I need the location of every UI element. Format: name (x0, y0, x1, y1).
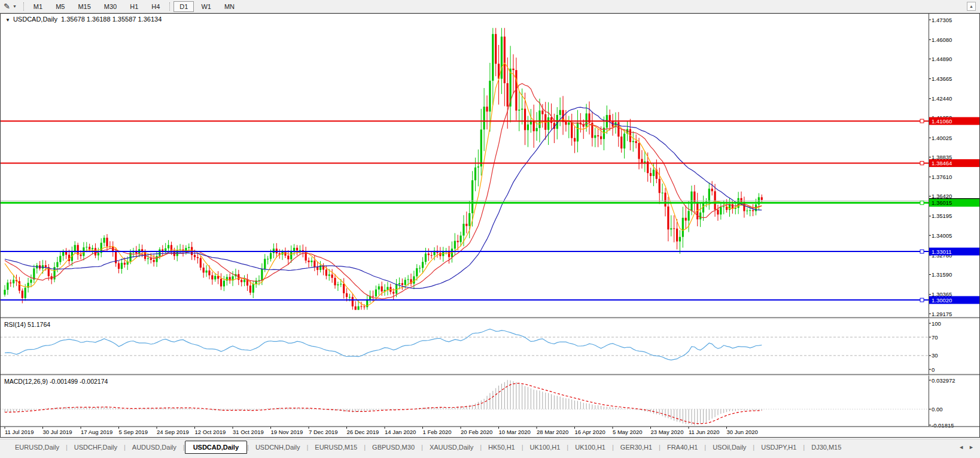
svg-text:100: 100 (932, 320, 941, 327)
timeframe-button-h4[interactable]: H4 (145, 1, 166, 12)
timeframe-button-m30[interactable]: M30 (98, 1, 123, 12)
chevron-down-icon[interactable]: ▼ (13, 4, 17, 8)
svg-text:1.38464: 1.38464 (932, 160, 952, 166)
svg-text:10 Mar 2020: 10 Mar 2020 (499, 429, 531, 435)
collapse-arrow-icon: ▲ (969, 4, 973, 8)
tab-hk50-h1[interactable]: HK50,H1 (482, 441, 522, 453)
svg-text:28 Mar 2020: 28 Mar 2020 (537, 429, 568, 435)
timeframe-toolbar: ✎ ▼ M1M5M15M30H1H4D1W1MN ▲ (0, 0, 980, 13)
svg-text:30: 30 (932, 352, 938, 359)
svg-text:1.46080: 1.46080 (932, 37, 952, 43)
level-handle[interactable] (920, 250, 924, 253)
symbol-tab-bar: EURUSD,Daily|USDCHF,Daily|AUDUSD,Daily|U… (0, 439, 980, 454)
tab-uk100-h1[interactable]: UK100,H1 (568, 441, 612, 453)
svg-text:20 Feb 2020: 20 Feb 2020 (461, 429, 492, 435)
svg-text:1.33011: 1.33011 (932, 248, 952, 255)
macd-values: -0.001499 -0.002174 (50, 378, 108, 385)
tab-ger30-h1[interactable]: GER30,H1 (614, 441, 659, 453)
timeframe-button-h1[interactable]: H1 (124, 1, 144, 12)
svg-text:1.35195: 1.35195 (932, 213, 952, 219)
rsi-value: 51.1764 (28, 321, 50, 328)
tab-audusd-daily[interactable]: AUDUSD,Daily (126, 441, 183, 453)
svg-text:30 Jul 2019: 30 Jul 2019 (43, 429, 72, 435)
svg-text:31 Oct 2019: 31 Oct 2019 (233, 429, 264, 435)
svg-text:1.30020: 1.30020 (932, 297, 952, 304)
svg-text:1.34005: 1.34005 (932, 232, 952, 239)
svg-text:1 Feb 2020: 1 Feb 2020 (423, 429, 452, 435)
timeframe-button-m5[interactable]: M5 (50, 1, 71, 12)
rsi-indicator-label: RSI(14) 51.1764 (4, 321, 50, 328)
timeframe-button-mn[interactable]: MN (218, 1, 241, 12)
svg-text:5 May 2020: 5 May 2020 (613, 429, 643, 435)
chart-cursor-icon: ✎ (4, 2, 10, 10)
svg-text:0: 0 (932, 366, 935, 373)
chart-symbol-label: USDCAD,Daily (13, 16, 57, 23)
terminal-window: ✎ ▼ M1M5M15M30H1H4D1W1MN ▲ 100703000.032… (0, 0, 980, 458)
svg-text:-0.01815: -0.01815 (932, 422, 954, 429)
svg-text:1.44890: 1.44890 (932, 56, 952, 62)
svg-text:30 Jun 2020: 30 Jun 2020 (727, 429, 758, 435)
ohlc-high: 1.36188 (87, 16, 111, 23)
svg-text:0.00: 0.00 (932, 406, 943, 412)
chart-title-caret-icon[interactable]: ▼ (5, 17, 10, 23)
svg-text:1.47305: 1.47305 (932, 17, 952, 23)
tab-usoil-daily[interactable]: USOil,Daily (706, 441, 753, 453)
toolbar-separator (23, 2, 24, 11)
timeframe-button-d1[interactable]: D1 (174, 1, 194, 12)
svg-text:11 Jul 2019: 11 Jul 2019 (5, 429, 34, 435)
svg-text:16 Apr 2020: 16 Apr 2020 (575, 429, 605, 435)
ohlc-open: 1.35678 (61, 16, 85, 23)
toolbar-collapse-button[interactable]: ▲ (967, 2, 976, 11)
tab-scroll-left-icon[interactable]: ◄ (958, 444, 964, 450)
tab-dj30-m15[interactable]: DJ30,M15 (805, 441, 848, 453)
tab-eurusd-daily[interactable]: EURUSD,Daily (8, 441, 66, 453)
svg-text:1.42440: 1.42440 (932, 95, 952, 102)
tab-usdcnh-daily[interactable]: USDCNH,Daily (249, 441, 307, 453)
symbol-tabs: EURUSD,Daily|USDCHF,Daily|AUDUSD,Daily|U… (8, 441, 848, 454)
tab-usdjpy-h1[interactable]: USDJPY,H1 (754, 441, 803, 453)
timeframe-button-m15[interactable]: M15 (72, 1, 96, 12)
tab-xauusd-daily[interactable]: XAUUSD,Daily (423, 441, 480, 453)
level-handle[interactable] (920, 161, 924, 165)
macd-name: MACD(12,26,9) (4, 378, 48, 385)
ohlc-low: 1.35587 (112, 16, 136, 23)
svg-text:70: 70 (932, 334, 938, 341)
rsi-name: RSI(14) (4, 321, 26, 328)
svg-text:0.032972: 0.032972 (932, 377, 955, 384)
svg-text:1.40025: 1.40025 (932, 135, 952, 141)
toolbar-separator (169, 2, 170, 11)
tab-eurusd-m15[interactable]: EURUSD,M15 (308, 441, 364, 453)
svg-text:23 May 2020: 23 May 2020 (651, 429, 684, 435)
svg-text:1.37610: 1.37610 (932, 174, 952, 180)
svg-text:14 Jan 2020: 14 Jan 2020 (385, 429, 416, 435)
tab-usdchf-daily[interactable]: USDCHF,Daily (68, 441, 124, 453)
level-handle[interactable] (920, 201, 924, 205)
svg-text:12 Oct 2019: 12 Oct 2019 (195, 429, 226, 435)
svg-text:1.41060: 1.41060 (932, 118, 952, 125)
svg-text:1.36015: 1.36015 (932, 199, 952, 206)
svg-text:1.31590: 1.31590 (932, 271, 952, 278)
timeframe-button-w1[interactable]: W1 (195, 1, 217, 12)
svg-text:17 Aug 2019: 17 Aug 2019 (81, 429, 112, 435)
timeframe-button-m1[interactable]: M1 (28, 1, 48, 12)
level-handle[interactable] (920, 119, 924, 123)
level-handle[interactable] (920, 298, 924, 302)
tab-uk100-h1[interactable]: UK100,H1 (524, 441, 567, 453)
tab-gbpusd-m30[interactable]: GBPUSD,M30 (366, 441, 421, 453)
svg-text:5 Sep 2019: 5 Sep 2019 (119, 429, 148, 435)
tab-scroll-right-icon[interactable]: ► (969, 444, 974, 450)
price-chart-svg[interactable]: 100703000.0329720.00-0.018151.473051.460… (0, 13, 980, 439)
svg-text:1.43665: 1.43665 (932, 75, 952, 82)
timeframe-buttons: M1M5M15M30H1H4D1W1MN (27, 1, 241, 12)
tab-usdcad-daily[interactable]: USDCAD,Daily (185, 441, 247, 454)
svg-text:24 Sep 2019: 24 Sep 2019 (157, 429, 189, 435)
svg-text:1.29175: 1.29175 (932, 311, 952, 317)
svg-text:26 Dec 2019: 26 Dec 2019 (347, 429, 379, 435)
macd-indicator-label: MACD(12,26,9) -0.001499 -0.002174 (4, 378, 108, 385)
cursor-tool-button[interactable]: ✎ ▼ (0, 0, 20, 13)
ohlc-close: 1.36134 (138, 16, 162, 23)
svg-text:19 Nov 2019: 19 Nov 2019 (271, 429, 303, 435)
tab-scroll-arrows: ◄ ► (958, 444, 974, 450)
svg-text:7 Dec 2019: 7 Dec 2019 (309, 429, 338, 435)
tab-fra40-h1[interactable]: FRA40,H1 (661, 441, 704, 453)
